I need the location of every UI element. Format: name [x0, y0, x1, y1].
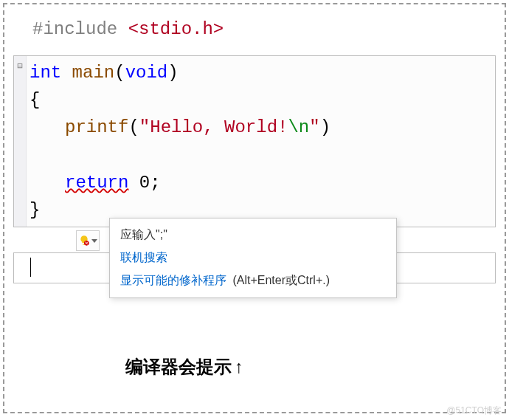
- tooltip-fix-link[interactable]: 显示可能的修补程序: [120, 274, 226, 286]
- caption-text: 编译器会提示: [125, 357, 232, 376]
- include-hash: #include: [32, 19, 128, 39]
- watermark: @51CTO博客: [446, 404, 502, 417]
- line-return: return 0;: [30, 169, 491, 196]
- editor-body: ⊟ int main(void) { printf("Hello, World!…: [14, 56, 495, 227]
- quickfix-lightbulb-icon[interactable]: [76, 230, 100, 251]
- include-close: >: [213, 19, 224, 39]
- lightbulb-icon: [78, 235, 90, 247]
- annotation-caption: 编译器会提示↑: [125, 355, 243, 379]
- chevron-down-icon: [91, 239, 97, 243]
- include-open: <: [128, 19, 139, 39]
- line-blank: [30, 142, 491, 169]
- line-main-signature: int main(void): [30, 59, 491, 86]
- error-tooltip: 应输入";" 联机搜索 显示可能的修补程序 (Alt+Enter或Ctrl+.): [109, 218, 397, 298]
- tooltip-fix-row[interactable]: 显示可能的修补程序 (Alt+Enter或Ctrl+.): [120, 273, 386, 289]
- return-keyword-error: return: [65, 173, 128, 193]
- line-brace-open: {: [30, 86, 491, 114]
- include-filename: stdio.h: [139, 19, 213, 39]
- fold-icon[interactable]: ⊟: [14, 56, 26, 72]
- document-frame: #include <stdio.h> ⊟ int main(void) { pr…: [3, 3, 506, 413]
- editor-gutter: ⊟: [14, 56, 27, 227]
- tooltip-shortcut: (Alt+Enter或Ctrl+.): [232, 274, 330, 286]
- line-printf: printf("Hello, World!\n"): [30, 114, 491, 141]
- code-area[interactable]: int main(void) { printf("Hello, World!\n…: [27, 56, 495, 227]
- text-cursor: [30, 258, 31, 277]
- up-arrow-icon: ↑: [235, 357, 243, 376]
- tooltip-message: 应输入";": [120, 227, 386, 243]
- tooltip-search-link[interactable]: 联机搜索: [120, 250, 386, 266]
- include-directive: #include <stdio.h>: [32, 19, 496, 39]
- code-editor: ⊟ int main(void) { printf("Hello, World!…: [13, 55, 496, 227]
